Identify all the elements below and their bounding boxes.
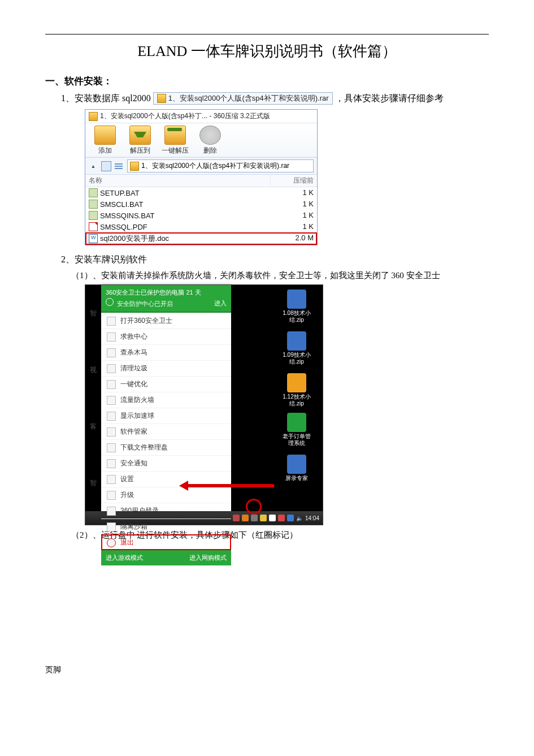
- tray-menu-item[interactable]: 一键优化: [101, 376, 231, 392]
- volume-icon[interactable]: 🔈: [296, 515, 303, 521]
- menu-item-label: 360用户登录: [120, 506, 159, 516]
- rar-icon: [130, 162, 139, 171]
- menu-item-icon: [107, 332, 116, 342]
- tray-menu-item[interactable]: 下载文件整理盘: [101, 439, 231, 455]
- desktop-icon[interactable]: 1.12技术小结.zip: [282, 373, 311, 407]
- left-edge-char: 客: [90, 422, 97, 431]
- tool-add-label: 添加: [98, 146, 112, 155]
- tray-enter-label: 进入: [214, 299, 227, 308]
- tool-add[interactable]: 添加: [91, 126, 119, 155]
- tray-menu-item[interactable]: 求救中心: [101, 329, 231, 344]
- tray-menu-item[interactable]: 打开360安全卫士: [101, 313, 231, 329]
- tray-menu-item[interactable]: 流量防火墙: [101, 392, 231, 408]
- file-size: 1 K: [274, 200, 314, 209]
- mode-game[interactable]: 进入游戏模式: [106, 554, 143, 562]
- menu-item-label: 安全通知: [120, 459, 147, 468]
- desktop-icon-graphic: [287, 373, 306, 392]
- tray-menu-item[interactable]: 安全通知: [101, 455, 231, 471]
- rar-file-chip: 1、安装sql2000个人版(含sp4补丁和安装说明).rar: [153, 92, 333, 105]
- step-1-suffix: ，具体安装步骤请仔细参考: [335, 93, 444, 105]
- archive-row[interactable]: SMSCLI.BAT1 K: [85, 198, 317, 210]
- desktop-icon-label: 1.12技术小结.zip: [282, 394, 311, 407]
- desktop-icon-label: 1.08技术小结.zip: [282, 310, 311, 323]
- tray-menu-item[interactable]: 360用户登录: [101, 503, 231, 519]
- tray-icon-2[interactable]: [242, 515, 249, 521]
- file-bat-icon: [89, 200, 98, 209]
- menu-item-label: 清理垃圾: [120, 364, 147, 373]
- tray-icon-7[interactable]: [287, 515, 294, 521]
- desktop-icon[interactable]: 屏录专家: [282, 455, 311, 482]
- tray-icon-4[interactable]: [260, 515, 267, 521]
- nav-view-icon[interactable]: [101, 161, 111, 171]
- step-2: 2、安装车牌识别软件: [61, 251, 489, 268]
- step-1: 1、安装数据库 sql2000 1、安装sql2000个人版(含sp4补丁和安装…: [61, 92, 489, 105]
- tray-icon-5[interactable]: [269, 515, 276, 521]
- desktop-icon[interactable]: 1.09技术小结.zip: [282, 331, 311, 365]
- left-edge-char: 智: [90, 478, 97, 488]
- file-name: SMSSQL.PDF: [100, 223, 147, 231]
- tray-menu-item[interactable]: 显示加速球: [101, 408, 231, 424]
- nav-up-icon[interactable]: ▲: [89, 162, 98, 171]
- menu-item-icon: [107, 380, 116, 389]
- tool-onekey[interactable]: 一键解压: [161, 126, 189, 155]
- file-size: 1 K: [274, 211, 314, 220]
- tool-delete[interactable]: 删除: [196, 126, 224, 155]
- tool-extract[interactable]: 解压到: [126, 126, 154, 155]
- mode-net[interactable]: 进入网购模式: [189, 554, 227, 562]
- tray-menu-item[interactable]: 软件管家: [101, 424, 231, 439]
- menu-item-label: 一键优化: [120, 379, 147, 389]
- rar-icon: [157, 94, 166, 103]
- tool-extract-label: 解压到: [130, 146, 150, 155]
- tray-icon-3[interactable]: [251, 515, 258, 521]
- page-footer: 页脚: [45, 665, 489, 675]
- file-size: 1 K: [274, 188, 314, 197]
- file-name: SMSSQINS.BAT: [100, 211, 155, 220]
- archive-toolbar: 添加 解压到 一键解压 删除: [85, 123, 317, 157]
- col-name[interactable]: 名称: [85, 175, 270, 187]
- desktop-icon[interactable]: 1.08技术小结.zip: [282, 290, 311, 323]
- menu-item-label: 求救中心: [120, 332, 147, 342]
- file-bat-icon: [89, 188, 98, 197]
- desktop-icon[interactable]: 老手订单管理系统: [282, 413, 311, 447]
- menu-item-icon: [107, 522, 116, 532]
- archive-window: 1、安装sql2000个人版(含sp4补丁... - 360压缩 3.2正式版 …: [85, 109, 318, 245]
- step-1-prefix: 1、安装数据库 sql2000: [61, 93, 151, 105]
- power-icon: [107, 538, 116, 547]
- menu-item-label: 升级: [120, 490, 134, 500]
- section-1-heading: 一、软件安装：: [45, 75, 489, 88]
- tray-menu-item[interactable]: 查杀木马: [101, 344, 231, 360]
- archive-row[interactable]: SETUP.BAT1 K: [85, 187, 317, 198]
- menu-item-label: 设置: [120, 474, 134, 484]
- menu-item-icon: [107, 396, 116, 405]
- tray-icon-6[interactable]: [278, 515, 285, 521]
- add-icon: [94, 126, 116, 145]
- menu-item-label: 打开360安全卫士: [120, 316, 172, 326]
- menu-item-icon: [107, 348, 116, 357]
- rar-icon: [89, 112, 98, 121]
- menu-item-icon: [107, 475, 116, 484]
- menu-item-icon: [107, 459, 116, 468]
- tray-menu-item[interactable]: 隔离沙箱: [101, 519, 231, 534]
- archive-row[interactable]: sql2000安装手册.doc2.0 M: [85, 232, 317, 245]
- tray-menu-item[interactable]: 清理垃圾: [101, 360, 231, 376]
- menu-item-icon: [107, 317, 116, 326]
- nav-list-icon[interactable]: [115, 162, 124, 171]
- desktop-icon-graphic: [287, 290, 306, 309]
- col-size[interactable]: 压缩前: [270, 175, 317, 187]
- archive-row[interactable]: SMSSQL.PDF1 K: [85, 221, 317, 232]
- tray-exit[interactable]: 退出: [101, 534, 231, 550]
- menu-item-icon: [107, 364, 116, 373]
- tray-icon-1[interactable]: [233, 515, 240, 521]
- archive-title-text: 1、安装sql2000个人版(含sp4补丁... - 360压缩 3.2正式版: [100, 111, 270, 121]
- file-name: SETUP.BAT: [100, 189, 140, 197]
- page-title: ELAND 一体车牌识别说明书（软件篇）: [45, 41, 489, 61]
- file-size: 1 K: [274, 222, 314, 231]
- tray-protect-row[interactable]: 安全防护中心已开启 进入: [101, 298, 231, 313]
- left-edge-char: 视: [90, 365, 97, 375]
- tray-menu-item[interactable]: 升级: [101, 487, 231, 503]
- file-doc-icon: [89, 234, 98, 243]
- archive-row[interactable]: SMSSQINS.BAT1 K: [85, 210, 317, 221]
- tool-onekey-label: 一键解压: [162, 146, 189, 155]
- archive-list-header: 名称 压缩前: [85, 175, 317, 187]
- desktop-icon-label: 屏录专家: [282, 475, 311, 482]
